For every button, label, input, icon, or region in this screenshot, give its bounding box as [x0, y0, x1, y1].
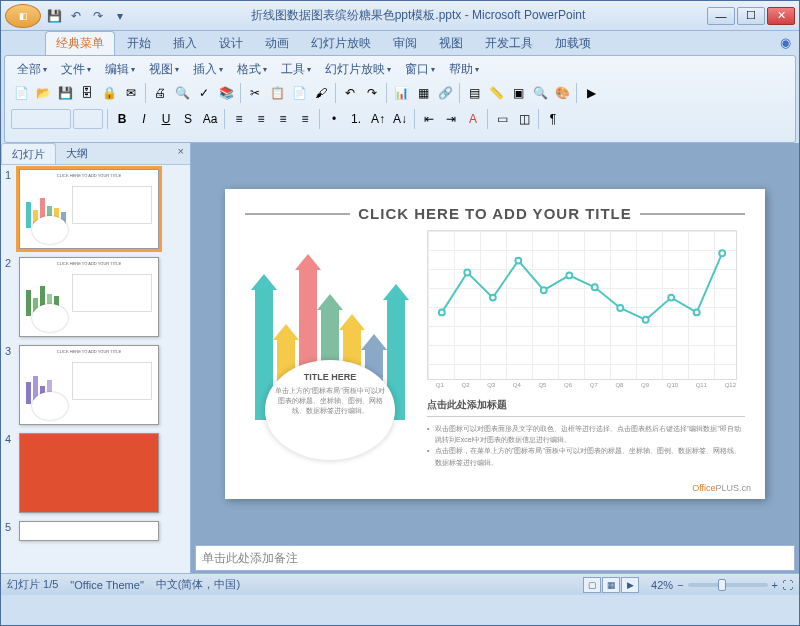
sub-heading[interactable]: 点击此处添加标题 — [427, 398, 745, 412]
zoom-label[interactable]: 42% — [651, 579, 673, 591]
format-painter-icon[interactable]: 🖌 — [311, 83, 331, 103]
slide-title[interactable]: CLICK HERE TO ADD YOUR TITLE — [358, 205, 632, 222]
qat-more-icon[interactable]: ▾ — [111, 7, 129, 25]
color-icon[interactable]: 🎨 — [552, 83, 572, 103]
tab-outline[interactable]: 大纲 — [56, 143, 98, 164]
menu-help[interactable]: 帮助▾ — [443, 59, 485, 80]
tables-icon[interactable]: ▤ — [464, 83, 484, 103]
close-button[interactable]: ✕ — [767, 7, 795, 25]
help-icon[interactable]: ◉ — [780, 35, 791, 50]
menu-slideshow[interactable]: 幻灯片放映▾ — [319, 59, 397, 80]
open-icon[interactable]: 📂 — [33, 83, 53, 103]
ribbon-tab-developer[interactable]: 开发工具 — [475, 32, 543, 55]
indent-less-icon[interactable]: ⇤ — [419, 109, 439, 129]
slideshow-icon[interactable]: ▶ — [581, 83, 601, 103]
paragraph-icon[interactable]: ¶ — [543, 109, 563, 129]
language-indicator[interactable]: 中文(简体，中国) — [156, 577, 240, 592]
title-circle[interactable]: TITLE HERE 单击上方的"图标布局"面板中可以对图表的标题、坐标轴、图例… — [265, 360, 395, 460]
menu-file[interactable]: 文件▾ — [55, 59, 97, 80]
thumbnail-3[interactable]: 3 CLICK HERE TO ADD YOUR TITLE — [5, 345, 186, 425]
cut-icon[interactable]: ✂ — [245, 83, 265, 103]
slide-canvas[interactable]: CLICK HERE TO ADD YOUR TITLE TITLE HERE … — [191, 143, 799, 545]
ribbon-tab-insert[interactable]: 插入 — [163, 32, 207, 55]
ribbon-tab-review[interactable]: 审阅 — [383, 32, 427, 55]
align-center-icon[interactable]: ≡ — [251, 109, 271, 129]
zoom-in-icon[interactable]: + — [772, 579, 778, 591]
bullet-1[interactable]: 双击图标可以对图表面形及文字的取色、边框等进行选择。点击图表然后右键选择"编辑数… — [427, 423, 745, 445]
copy-icon[interactable]: 📋 — [267, 83, 287, 103]
fit-icon[interactable]: ⛶ — [782, 579, 793, 591]
new-slide-icon[interactable]: ▭ — [492, 109, 512, 129]
chart-icon[interactable]: 📊 — [391, 83, 411, 103]
preview-icon[interactable]: 🔍 — [172, 83, 192, 103]
bullet-2[interactable]: 点击图标，在菜单上方的"图标布局"面板中可以对图表的标题、坐标轴、图例、数据标签… — [427, 445, 745, 467]
undo-icon[interactable]: ↶ — [67, 7, 85, 25]
ribbon-tab-view[interactable]: 视图 — [429, 32, 473, 55]
save-icon[interactable]: 💾 — [45, 7, 63, 25]
menu-edit[interactable]: 编辑▾ — [99, 59, 141, 80]
undo-icon[interactable]: ↶ — [340, 83, 360, 103]
size-dropdown[interactable] — [73, 109, 103, 129]
menu-all[interactable]: 全部▾ — [11, 59, 53, 80]
table-icon[interactable]: ▦ — [413, 83, 433, 103]
thumbnail-list[interactable]: 1 CLICK HERE TO ADD YOUR TITLE — [1, 165, 190, 573]
ribbon-tab-design[interactable]: 设计 — [209, 32, 253, 55]
align-right-icon[interactable]: ≡ — [273, 109, 293, 129]
bullets-icon[interactable]: • — [324, 109, 344, 129]
increase-font-icon[interactable]: A↑ — [368, 109, 388, 129]
menu-format[interactable]: 格式▾ — [231, 59, 273, 80]
indent-more-icon[interactable]: ⇥ — [441, 109, 461, 129]
decrease-font-icon[interactable]: A↓ — [390, 109, 410, 129]
redo-icon[interactable]: ↷ — [362, 83, 382, 103]
ribbon-tab-animation[interactable]: 动画 — [255, 32, 299, 55]
italic-icon[interactable]: I — [134, 109, 154, 129]
menu-window[interactable]: 窗口▾ — [399, 59, 441, 80]
zoom-slider[interactable] — [688, 583, 768, 587]
office-button[interactable]: ◧ — [5, 4, 41, 28]
shadow-icon[interactable]: S — [178, 109, 198, 129]
thumbnail-1[interactable]: 1 CLICK HERE TO ADD YOUR TITLE — [5, 169, 186, 249]
design-icon[interactable]: ◫ — [514, 109, 534, 129]
slideshow-view-icon[interactable]: ▶ — [621, 577, 639, 593]
zoom-out-icon[interactable]: − — [677, 579, 683, 591]
thumbnail-2[interactable]: 2 CLICK HERE TO ADD YOUR TITLE — [5, 257, 186, 337]
ribbon-tab-addins[interactable]: 加载项 — [545, 32, 601, 55]
research-icon[interactable]: 📚 — [216, 83, 236, 103]
justify-icon[interactable]: ≡ — [295, 109, 315, 129]
menu-tools[interactable]: 工具▾ — [275, 59, 317, 80]
redo-icon[interactable]: ↷ — [89, 7, 107, 25]
hyperlink-icon[interactable]: 🔗 — [435, 83, 455, 103]
numbering-icon[interactable]: 1. — [346, 109, 366, 129]
maximize-button[interactable]: ☐ — [737, 7, 765, 25]
thumbnail-4[interactable]: 4 — [5, 433, 186, 513]
change-case-icon[interactable]: Aa — [200, 109, 220, 129]
print-icon[interactable]: 🖨 — [150, 83, 170, 103]
zoom-icon[interactable]: 🔍 — [530, 83, 550, 103]
save-icon[interactable]: 💾 — [55, 83, 75, 103]
thumbnail-5[interactable]: 5 — [5, 521, 186, 541]
menu-insert[interactable]: 插入▾ — [187, 59, 229, 80]
tab-slides[interactable]: 幻灯片 — [1, 143, 56, 164]
bold-icon[interactable]: B — [112, 109, 132, 129]
ribbon-tab-slideshow[interactable]: 幻灯片放映 — [301, 32, 381, 55]
ruler-icon[interactable]: 📏 — [486, 83, 506, 103]
paste-icon[interactable]: 📄 — [289, 83, 309, 103]
underline-icon[interactable]: U — [156, 109, 176, 129]
saveas-icon[interactable]: 🗄 — [77, 83, 97, 103]
email-icon[interactable]: ✉ — [121, 83, 141, 103]
minimize-button[interactable]: — — [707, 7, 735, 25]
line-chart[interactable] — [427, 230, 737, 380]
align-left-icon[interactable]: ≡ — [229, 109, 249, 129]
spell-icon[interactable]: ✓ — [194, 83, 214, 103]
ribbon-tab-classic[interactable]: 经典菜单 — [45, 31, 115, 55]
normal-view-icon[interactable]: ▢ — [583, 577, 601, 593]
thumbnail-panel-close[interactable]: × — [172, 143, 190, 164]
notes-input[interactable]: 单击此处添加备注 — [195, 545, 795, 571]
sorter-view-icon[interactable]: ▦ — [602, 577, 620, 593]
font-dropdown[interactable] — [11, 109, 71, 129]
menu-view[interactable]: 视图▾ — [143, 59, 185, 80]
grid-icon[interactable]: ▣ — [508, 83, 528, 103]
permission-icon[interactable]: 🔒 — [99, 83, 119, 103]
new-icon[interactable]: 📄 — [11, 83, 31, 103]
ribbon-tab-home[interactable]: 开始 — [117, 32, 161, 55]
